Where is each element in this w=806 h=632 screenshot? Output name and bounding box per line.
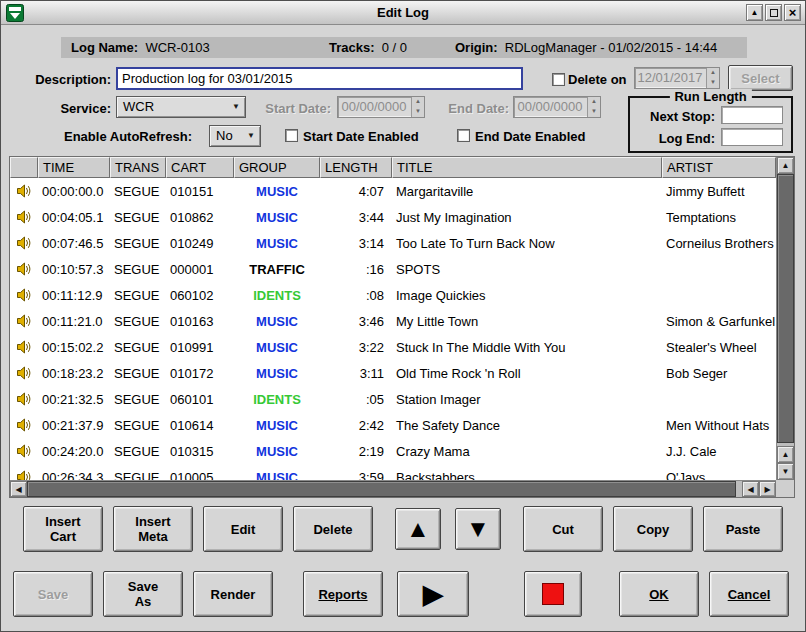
- table-row[interactable]: 00:04:05.1SEGUE010862MUSIC3:44Just My Im…: [10, 204, 776, 230]
- shade-icon: ▲: [751, 9, 759, 17]
- speaker-icon: [16, 339, 32, 355]
- titlebar[interactable]: Edit Log ▲ ×: [1, 1, 805, 25]
- delete-label: Delete: [313, 522, 352, 537]
- table-row[interactable]: 00:00:00.0SEGUE010151MUSIC4:07Margaritav…: [10, 178, 776, 204]
- table-row[interactable]: 00:11:21.0SEGUE010163MUSIC3:46My Little …: [10, 308, 776, 334]
- render-button[interactable]: Render: [193, 571, 273, 617]
- table-row[interactable]: 00:15:02.2SEGUE010991MUSIC3:22Stuck In T…: [10, 334, 776, 360]
- save-as-button[interactable]: Save As: [103, 571, 183, 617]
- cell-artist: Simon & Garfunkel: [662, 314, 776, 329]
- vertical-scrollbar[interactable]: ▲ ▲ ▼: [776, 157, 794, 480]
- paste-button[interactable]: Paste: [703, 506, 783, 552]
- combo-arrow-icon: ▼: [247, 126, 255, 146]
- table-row[interactable]: 00:26:34.3SEGUE010005MUSIC3:59Backstabbe…: [10, 464, 776, 480]
- vertical-scrollbar-thumb[interactable]: [777, 174, 794, 443]
- table-row[interactable]: 00:21:37.9SEGUE010614MUSIC2:42The Safety…: [10, 412, 776, 438]
- cell-length: 3:14: [320, 236, 392, 251]
- cell-length: :16: [320, 262, 392, 277]
- autorefresh-combobox[interactable]: No ▼: [209, 125, 261, 147]
- column-header-title[interactable]: TITLE: [392, 157, 662, 178]
- tracks-label: Tracks:: [329, 40, 375, 55]
- table-row[interactable]: 00:11:12.9SEGUE060102IDENTS:08Image Quic…: [10, 282, 776, 308]
- cell-time: 00:10:57.3: [38, 262, 110, 277]
- cell-cart: 010151: [166, 184, 234, 199]
- copy-label: Copy: [637, 522, 670, 537]
- table-row[interactable]: 00:24:20.0SEGUE010315MUSIC2:19Crazy Mama…: [10, 438, 776, 464]
- cell-trans: SEGUE: [110, 392, 166, 407]
- maximize-icon: [770, 9, 778, 17]
- service-combobox[interactable]: WCR ▼: [116, 96, 246, 118]
- copy-button[interactable]: Copy: [613, 506, 693, 552]
- scroll-left-button[interactable]: ◀: [10, 481, 27, 497]
- column-header-artist[interactable]: ARTIST: [662, 157, 776, 178]
- spin-up-icon: ▲: [412, 97, 424, 107]
- table-row[interactable]: 00:21:32.5SEGUE060101IDENTS:05Station Im…: [10, 386, 776, 412]
- table-row[interactable]: 00:18:23.2SEGUE010172MUSIC3:11Old Time R…: [10, 360, 776, 386]
- cell-cart: 000001: [166, 262, 234, 277]
- scroll-right-button[interactable]: ▶: [759, 481, 776, 497]
- column-header-group[interactable]: GROUP: [234, 157, 320, 178]
- end-date-value: 00/00/0000: [514, 97, 586, 117]
- cell-title: SPOTS: [392, 262, 662, 277]
- delete-date-spin-buttons: ▲ ▼: [706, 68, 719, 88]
- shade-button[interactable]: ▲: [746, 4, 763, 21]
- cell-title: My Little Town: [392, 314, 662, 329]
- cell-time: 00:15:02.2: [38, 340, 110, 355]
- horizontal-scrollbar-thumb[interactable]: [27, 481, 736, 497]
- cell-title: Crazy Mama: [392, 444, 662, 459]
- horizontal-scrollbar[interactable]: ◀ ◀ ▶: [10, 480, 776, 497]
- cell-title: Stuck In The Middle With You: [392, 340, 662, 355]
- table-row[interactable]: 00:07:46.5SEGUE010249MUSIC3:14Too Late T…: [10, 230, 776, 256]
- spin-down-icon: ▼: [707, 78, 719, 88]
- column-header-time[interactable]: TIME: [38, 157, 110, 178]
- window-title: Edit Log: [1, 5, 805, 20]
- cell-group: MUSIC: [234, 418, 320, 433]
- scroll-up-button[interactable]: ▲: [777, 157, 794, 174]
- end-date-enabled-checkbox[interactable]: [457, 129, 470, 142]
- play-button[interactable]: ▶: [397, 571, 469, 617]
- log-table: TIMETRANSCARTGROUPLENGTHTITLEARTIST 00:0…: [9, 156, 795, 498]
- reports-button[interactable]: Reports: [303, 571, 383, 617]
- cell-title: Image Quickies: [392, 288, 662, 303]
- cell-group: MUSIC: [234, 444, 320, 459]
- spin-down-icon: ▼: [588, 107, 600, 117]
- column-header-cart[interactable]: CART: [166, 157, 234, 178]
- spin-up-icon: ▲: [588, 97, 600, 107]
- stop-button[interactable]: [524, 571, 582, 617]
- start-date-enabled-checkbox[interactable]: [285, 129, 298, 142]
- cell-title: Just My Imagination: [392, 210, 662, 225]
- scroll-left-icon: ◀: [15, 485, 21, 494]
- insert-meta-button[interactable]: Insert Meta: [113, 506, 193, 552]
- move-down-button[interactable]: ▼: [455, 508, 501, 550]
- cut-button[interactable]: Cut: [523, 506, 603, 552]
- scroll-left-icon: ◀: [747, 485, 753, 494]
- scroll-left-button-right[interactable]: ◀: [742, 481, 759, 497]
- ok-button[interactable]: OK: [619, 571, 699, 617]
- column-header-trans[interactable]: TRANS: [110, 157, 166, 178]
- move-up-button[interactable]: ▲: [395, 508, 441, 550]
- edit-button[interactable]: Edit: [203, 506, 283, 552]
- scroll-up-button-bottom[interactable]: ▲: [777, 446, 794, 463]
- speaker-cell: [10, 235, 38, 251]
- select-date-button: Select: [728, 65, 793, 91]
- description-input[interactable]: [116, 67, 523, 90]
- column-header-length[interactable]: LENGTH: [320, 157, 392, 178]
- cell-group: MUSIC: [234, 210, 320, 225]
- delete-on-label: Delete on: [568, 72, 627, 88]
- cell-time: 00:04:05.1: [38, 210, 110, 225]
- cut-label: Cut: [552, 522, 574, 537]
- delete-on-checkbox[interactable]: [552, 73, 565, 86]
- log-table-body: 00:00:00.0SEGUE010151MUSIC4:07Margaritav…: [10, 178, 776, 480]
- cell-time: 00:26:34.3: [38, 470, 110, 481]
- delete-button[interactable]: Delete: [293, 506, 373, 552]
- cell-cart: 010614: [166, 418, 234, 433]
- insert-cart-button[interactable]: Insert Cart: [23, 506, 103, 552]
- cell-length: 4:07: [320, 184, 392, 199]
- maximize-button[interactable]: [765, 4, 782, 21]
- table-row[interactable]: 00:10:57.3SEGUE000001TRAFFIC:16SPOTS: [10, 256, 776, 282]
- close-button[interactable]: ×: [784, 4, 801, 21]
- cancel-button[interactable]: Cancel: [709, 571, 789, 617]
- column-header-icon[interactable]: [10, 157, 38, 178]
- cell-artist: O'Jays: [662, 470, 776, 481]
- scroll-down-button[interactable]: ▼: [777, 463, 794, 480]
